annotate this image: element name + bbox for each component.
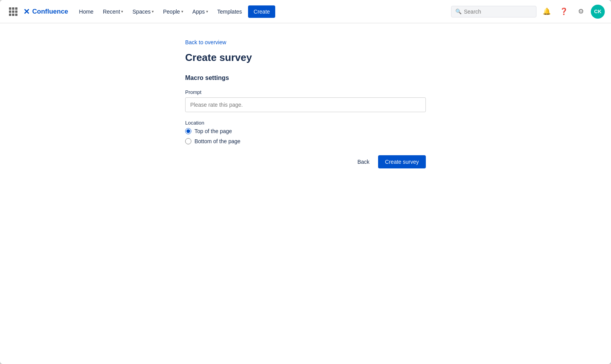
radio-bottom-of-page[interactable]: Bottom of the page [185,138,426,144]
back-button[interactable]: Back [353,156,374,168]
help-icon: ❓ [560,7,568,16]
navbar: ✕ Confluence Home Recent ▾ Spaces ▾ Peop… [0,0,611,23]
location-label: Location [185,120,426,126]
apps-grid-button[interactable] [6,5,20,19]
nav-item-spaces[interactable]: Spaces ▾ [128,5,158,18]
location-field-group: Location Top of the page Bottom of the p… [185,120,426,144]
back-to-overview-link[interactable]: Back to overview [185,39,226,45]
search-icon: 🔍 [455,9,462,14]
prompt-field-group: Prompt [185,89,426,112]
settings-button[interactable]: ⚙ [574,5,588,19]
logo-text: Confluence [32,8,68,16]
bell-icon: 🔔 [543,7,551,16]
main-content: Back to overview Create survey Macro set… [0,23,611,364]
page-title: Create survey [185,52,426,64]
prompt-label: Prompt [185,89,426,95]
nav-item-people[interactable]: People ▾ [158,5,188,18]
chevron-down-icon: ▾ [121,9,123,14]
button-row: Back Create survey [185,155,426,168]
create-survey-button[interactable]: Create survey [378,155,426,168]
gear-icon: ⚙ [578,7,584,16]
nav-item-templates[interactable]: Templates [213,5,247,18]
nav-item-recent[interactable]: Recent ▾ [98,5,128,18]
chevron-down-icon: ▾ [206,9,208,14]
chevron-down-icon: ▾ [152,9,154,14]
help-button[interactable]: ❓ [557,5,571,19]
form-container: Back to overview Create survey Macro set… [170,39,441,168]
macro-settings-heading: Macro settings [185,75,426,81]
chevron-down-icon: ▾ [181,9,183,14]
nav-item-home[interactable]: Home [75,5,98,18]
radio-bottom-label: Bottom of the page [194,138,240,144]
create-button[interactable]: Create [248,5,275,18]
radio-top-input[interactable] [185,128,191,134]
search-box[interactable]: 🔍 [451,6,536,17]
avatar[interactable]: CK [591,5,605,19]
search-input[interactable] [464,9,532,15]
nav-links: Home Recent ▾ Spaces ▾ People ▾ Apps ▾ T… [75,5,451,18]
prompt-input[interactable] [185,97,426,112]
notifications-button[interactable]: 🔔 [540,5,554,19]
grid-dots-icon [9,7,17,16]
radio-top-label: Top of the page [194,128,232,134]
logo-link[interactable]: ✕ Confluence [23,7,68,16]
nav-item-apps[interactable]: Apps ▾ [188,5,213,18]
nav-right: 🔍 🔔 ❓ ⚙ CK [451,5,605,19]
radio-bottom-input[interactable] [185,138,191,144]
confluence-logo-icon: ✕ [23,7,30,16]
radio-top-of-page[interactable]: Top of the page [185,128,426,134]
